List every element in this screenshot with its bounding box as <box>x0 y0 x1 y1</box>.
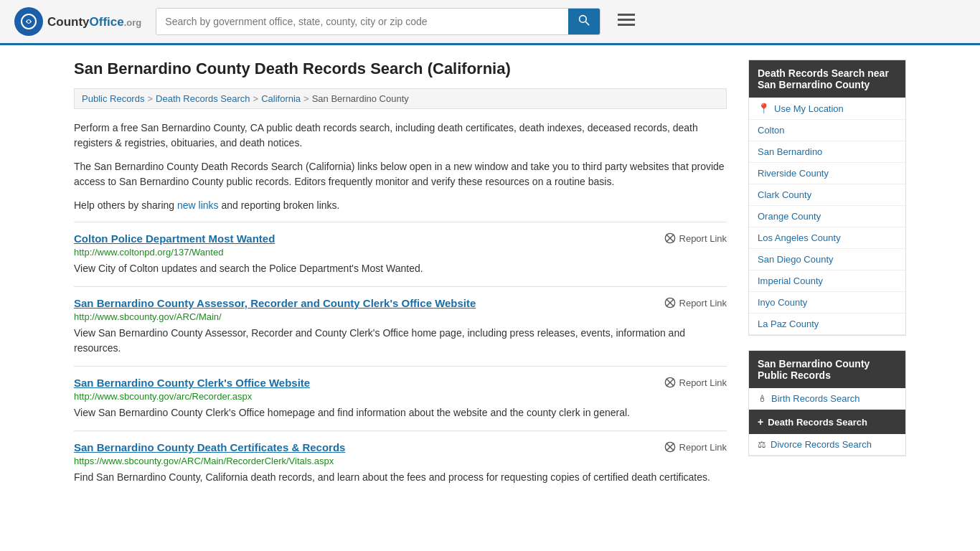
svg-rect-5 <box>618 19 635 21</box>
breadcrumb: Public Records > Death Records Search > … <box>74 88 727 109</box>
nearby-item-orange[interactable]: Orange County <box>749 206 905 227</box>
public-records-death-active[interactable]: + Death Records Search <box>749 410 905 434</box>
public-records-birth[interactable]: 🕯 Birth Records Search <box>749 388 905 410</box>
nearby-link[interactable]: La Paz County <box>758 319 819 329</box>
result-title[interactable]: San Bernardino County Clerk's Office Web… <box>74 377 310 389</box>
logo-area[interactable]: CountyOffice.org <box>14 7 141 36</box>
svg-point-2 <box>580 16 587 23</box>
breadcrumb-current: San Bernardino County <box>312 93 409 104</box>
breadcrumb-death-records-search[interactable]: Death Records Search <box>156 93 250 104</box>
results-list: Colton Police Department Most Wanted Rep… <box>74 222 727 495</box>
description-2: The San Bernardino County Death Records … <box>74 159 727 189</box>
pin-icon: 📍 <box>758 103 770 114</box>
nearby-item-riverside[interactable]: Riverside County <box>749 163 905 184</box>
use-location-item[interactable]: 📍 Use My Location <box>749 98 905 120</box>
birth-records-icon: 🕯 <box>758 393 767 404</box>
nearby-item-los-angeles[interactable]: Los Angeles County <box>749 227 905 249</box>
result-url[interactable]: http://www.coltonpd.org/137/Wanted <box>74 247 727 258</box>
result-desc: View City of Colton updates and search t… <box>74 261 727 276</box>
divorce-records-link[interactable]: Divorce Records Search <box>771 439 872 450</box>
result-desc: View San Bernardino County Assessor, Rec… <box>74 326 727 356</box>
search-input[interactable] <box>156 9 568 34</box>
breadcrumb-public-records[interactable]: Public Records <box>82 93 144 104</box>
death-records-active-label: Death Records Search <box>768 417 867 428</box>
nearby-item-inyo[interactable]: Inyo County <box>749 292 905 314</box>
result-item: San Bernardino County Death Certificates… <box>74 430 727 495</box>
description-1: Perform a free San Bernardino County, CA… <box>74 121 727 151</box>
logo-icon <box>14 7 43 36</box>
result-item: Colton Police Department Most Wanted Rep… <box>74 222 727 286</box>
result-url[interactable]: http://www.sbcounty.gov/arc/Recorder.asp… <box>74 391 727 402</box>
report-link-button[interactable]: Report Link <box>664 297 727 309</box>
nearby-item-clark[interactable]: Clark County <box>749 184 905 206</box>
nearby-item-imperial[interactable]: Imperial County <box>749 270 905 292</box>
result-title[interactable]: San Bernardino County Death Certificates… <box>74 441 345 453</box>
result-title[interactable]: Colton Police Department Most Wanted <box>74 232 275 245</box>
report-link-button[interactable]: Report Link <box>664 232 727 244</box>
result-title[interactable]: San Bernardino County Assessor, Recorder… <box>74 297 476 309</box>
nearby-link[interactable]: Riverside County <box>758 168 829 179</box>
result-item: San Bernardino County Clerk's Office Web… <box>74 366 727 430</box>
nearby-link[interactable]: Orange County <box>758 211 821 222</box>
result-url[interactable]: http://www.sbcounty.gov/ARC/Main/ <box>74 311 727 322</box>
search-button[interactable] <box>568 9 600 34</box>
nearby-section: Death Records Search near San Bernardino… <box>748 60 906 336</box>
description-3: Help others by sharing new links and rep… <box>74 198 727 213</box>
menu-button[interactable] <box>615 9 638 34</box>
logo-text: CountyOffice.org <box>47 14 141 29</box>
public-records-divorce[interactable]: ⚖ Divorce Records Search <box>749 434 905 456</box>
search-bar <box>156 8 600 35</box>
nearby-item-colton[interactable]: Colton <box>749 120 905 141</box>
report-link-button[interactable]: Report Link <box>664 377 727 388</box>
result-url[interactable]: https://www.sbcounty.gov/ARC/Main/Record… <box>74 456 727 466</box>
nearby-item-san-bernardino[interactable]: San Bernardino <box>749 141 905 163</box>
svg-rect-6 <box>618 24 635 26</box>
svg-rect-4 <box>618 14 635 16</box>
result-desc: View San Bernardino County Clerk's Offic… <box>74 405 727 420</box>
sidebar: Death Records Search near San Bernardino… <box>748 60 906 495</box>
nearby-item-san-diego[interactable]: San Diego County <box>749 249 905 270</box>
content-area: San Bernardino County Death Records Sear… <box>74 60 727 495</box>
nearby-link[interactable]: Imperial County <box>758 276 823 286</box>
svg-line-3 <box>586 22 590 25</box>
nearby-link[interactable]: Clark County <box>758 189 811 200</box>
report-link-button[interactable]: Report Link <box>664 441 727 453</box>
public-records-section-title: San Bernardino County Public Records <box>749 351 905 388</box>
svg-point-1 <box>27 20 30 23</box>
nearby-link[interactable]: Los Angeles County <box>758 232 841 243</box>
nearby-link[interactable]: Inyo County <box>758 297 807 308</box>
public-records-section: San Bernardino County Public Records 🕯 B… <box>748 350 906 456</box>
result-desc: Find San Bernardino County, California d… <box>74 470 727 485</box>
breadcrumb-california[interactable]: California <box>261 93 301 104</box>
header: CountyOffice.org <box>0 0 980 45</box>
nearby-link[interactable]: San Bernardino <box>758 146 822 157</box>
birth-records-link[interactable]: Birth Records Search <box>771 393 860 404</box>
divorce-records-icon: ⚖ <box>758 439 766 450</box>
use-location-link[interactable]: Use My Location <box>774 103 844 114</box>
main-container: San Bernardino County Death Records Sear… <box>60 45 920 509</box>
nearby-link[interactable]: Colton <box>758 125 785 136</box>
nearby-section-title: Death Records Search near San Bernardino… <box>749 60 905 98</box>
page-title: San Bernardino County Death Records Sear… <box>74 60 727 78</box>
death-records-active-icon: + <box>758 416 763 428</box>
nearby-link[interactable]: San Diego County <box>758 254 834 265</box>
new-links-link[interactable]: new links <box>177 199 219 211</box>
nearby-item-la-paz[interactable]: La Paz County <box>749 314 905 335</box>
result-item: San Bernardino County Assessor, Recorder… <box>74 286 727 366</box>
